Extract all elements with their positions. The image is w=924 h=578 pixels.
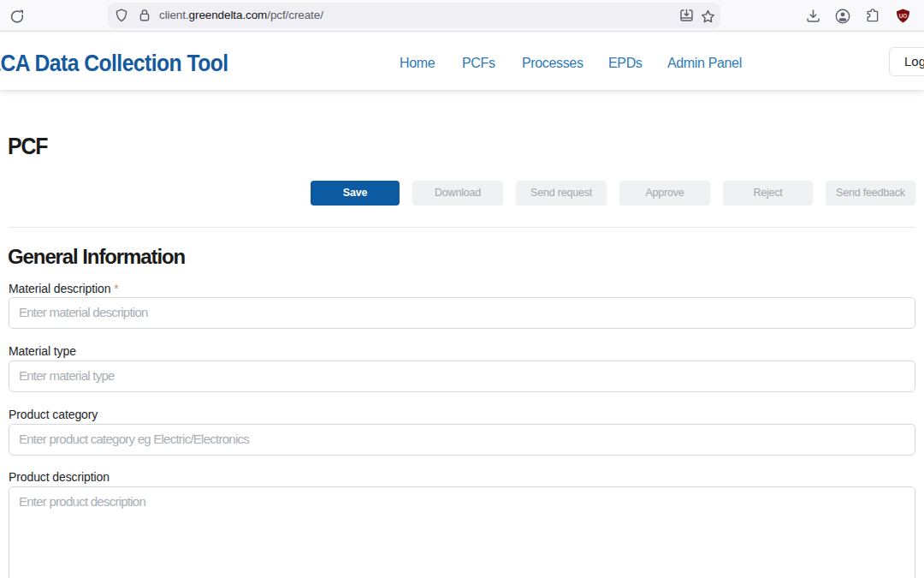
svg-text:UO: UO: [899, 13, 908, 19]
